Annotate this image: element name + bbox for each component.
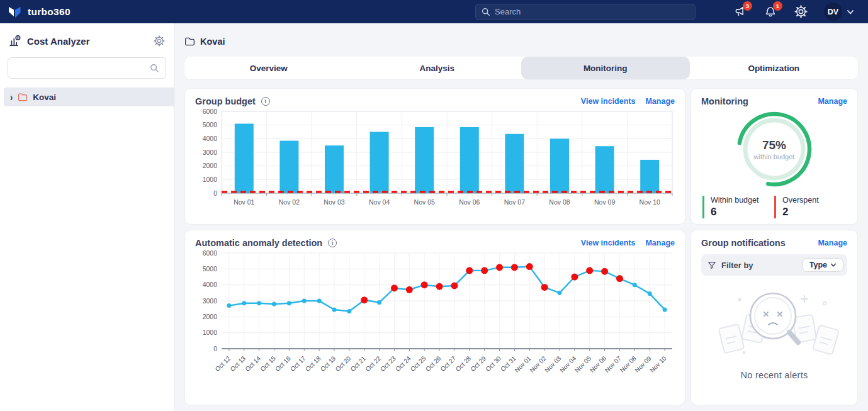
tree-expand-icon[interactable]: › (10, 91, 13, 103)
main-content: Kovai Overview Analysis Monitoring Optim… (174, 23, 868, 411)
svg-text:Nov 09: Nov 09 (594, 198, 615, 206)
settings-button[interactable] (794, 5, 808, 19)
anomaly-detection-card: Automatic anomaly detection i View incid… (184, 230, 685, 405)
svg-text:Oct 25: Oct 25 (409, 354, 427, 373)
monitoring-card: Monitoring Manage 75% within budget (690, 88, 858, 225)
gauge-percent: 75% (762, 138, 786, 152)
tree-item-label: Kovai (33, 93, 56, 102)
gauge-caption: within budget (754, 153, 795, 160)
view-incidents-link[interactable]: View incidents (581, 239, 636, 247)
svg-text:Oct 20: Oct 20 (334, 354, 352, 373)
svg-text:6000: 6000 (203, 108, 218, 115)
tab-analysis[interactable]: Analysis (353, 57, 522, 79)
svg-text:Nov 01: Nov 01 (234, 198, 254, 206)
tab-bar: Overview Analysis Monitoring Optimizatio… (184, 57, 858, 79)
svg-text:Nov 03: Nov 03 (324, 198, 344, 206)
group-notifications-card: Group notifications Manage Filter by Typ… (690, 230, 858, 405)
manage-link[interactable]: Manage (818, 97, 847, 106)
search-icon (482, 8, 490, 16)
svg-text:Oct 23: Oct 23 (379, 354, 397, 373)
svg-text:3000: 3000 (203, 149, 218, 156)
svg-text:Oct 18: Oct 18 (304, 354, 322, 373)
manage-link[interactable]: Manage (645, 97, 675, 106)
type-filter-button[interactable]: Type (803, 258, 843, 272)
brand[interactable]: turbo360 (8, 4, 70, 19)
sidebar-search[interactable] (8, 57, 166, 79)
anomaly-title: Automatic anomaly detection (195, 238, 322, 248)
chevron-down-icon (830, 262, 837, 268)
chevron-down-icon (847, 8, 854, 16)
svg-text:Oct 26: Oct 26 (424, 354, 442, 373)
no-alerts-illustration (705, 283, 843, 364)
svg-text:4000: 4000 (203, 281, 218, 288)
group-budget-title: Group budget (195, 96, 256, 106)
info-icon[interactable]: i (261, 97, 270, 106)
budget-gauge: 75% within budget (733, 108, 816, 191)
svg-text:Oct 28: Oct 28 (454, 354, 473, 373)
breadcrumb: Kovai (184, 23, 858, 57)
sidebar-title: Cost Analyzer (27, 36, 148, 47)
svg-text:0: 0 (213, 345, 217, 352)
sidebar-item-kovai[interactable]: › Kovai (4, 87, 174, 106)
sidebar: Cost Analyzer › (0, 23, 174, 411)
svg-text:Oct 21: Oct 21 (349, 354, 368, 373)
manage-link[interactable]: Manage (818, 239, 847, 247)
svg-text:Nov 10: Nov 10 (640, 198, 660, 206)
brand-name: turbo360 (28, 6, 70, 18)
tab-optimization[interactable]: Optimization (690, 57, 859, 79)
svg-text:Oct 17: Oct 17 (289, 354, 307, 373)
svg-text:3000: 3000 (203, 297, 218, 305)
svg-text:2000: 2000 (203, 313, 218, 320)
svg-text:5000: 5000 (203, 121, 218, 128)
svg-text:Oct 16: Oct 16 (274, 354, 292, 373)
svg-text:Oct 14: Oct 14 (244, 354, 262, 373)
stat-overspent: Overspent 2 (774, 196, 846, 218)
folder-icon (184, 36, 195, 47)
turbo360-logo-icon (8, 4, 22, 19)
manage-link[interactable]: Manage (645, 239, 675, 247)
group-budget-card: Group budget i View incidents Manage 010… (184, 88, 685, 225)
view-incidents-link[interactable]: View incidents (581, 97, 636, 106)
svg-text:Nov 04: Nov 04 (369, 198, 390, 206)
anomaly-line-chart: 0100020003000400050006000Oct 12Oct 13Oct… (195, 248, 676, 391)
svg-text:Nov 07: Nov 07 (504, 198, 525, 206)
avatar[interactable]: DV (824, 3, 842, 21)
svg-text:Nov 08: Nov 08 (549, 198, 570, 206)
svg-text:Oct 27: Oct 27 (439, 354, 458, 373)
top-bar: turbo360 3 1 (0, 0, 868, 23)
tab-monitoring[interactable]: Monitoring (521, 57, 690, 79)
info-icon[interactable]: i (328, 239, 337, 247)
page-title: Kovai (200, 37, 225, 47)
svg-text:4000: 4000 (203, 135, 218, 142)
svg-text:2000: 2000 (203, 162, 218, 169)
folder-icon (18, 92, 28, 102)
svg-text:Oct 30: Oct 30 (484, 354, 502, 373)
cost-analyzer-icon (9, 35, 21, 47)
user-menu[interactable]: DV (824, 3, 854, 21)
notifications-badge: 1 (773, 1, 782, 11)
search-icon (150, 64, 159, 73)
sidebar-settings-icon[interactable] (154, 35, 165, 47)
sidebar-search-input[interactable] (14, 64, 150, 73)
announcements-badge: 3 (743, 1, 752, 11)
tab-overview[interactable]: Overview (184, 57, 353, 79)
svg-text:Oct 13: Oct 13 (229, 354, 247, 373)
svg-text:Oct 19: Oct 19 (319, 354, 337, 373)
svg-text:Oct 22: Oct 22 (364, 354, 382, 373)
svg-text:1000: 1000 (203, 176, 218, 183)
svg-text:Oct 15: Oct 15 (259, 354, 277, 373)
notifications-filter-bar: Filter by Type (701, 254, 847, 276)
notifications-button[interactable]: 1 (764, 5, 777, 19)
stat-within-budget: Within budget 6 (702, 196, 774, 218)
announcements-button[interactable]: 3 (733, 5, 747, 19)
svg-text:1000: 1000 (203, 329, 218, 336)
global-search[interactable] (475, 4, 696, 20)
svg-text:Nov 10: Nov 10 (648, 354, 667, 373)
svg-text:Oct 29: Oct 29 (469, 354, 487, 373)
svg-text:5000: 5000 (203, 265, 218, 273)
empty-state-text: No recent alerts (740, 370, 808, 380)
monitoring-title: Monitoring (701, 96, 748, 106)
svg-text:0: 0 (213, 189, 217, 197)
notifications-title: Group notifications (701, 238, 786, 248)
global-search-input[interactable] (495, 7, 689, 16)
